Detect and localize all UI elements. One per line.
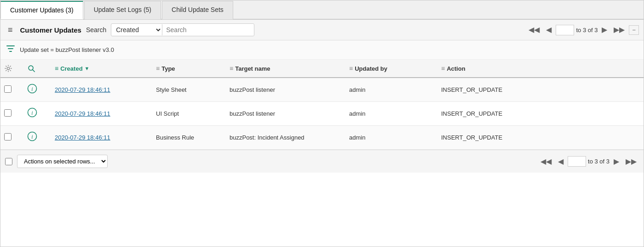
row-type: UI Script: [152, 106, 226, 122]
th-created-menu-icon: ≡: [55, 65, 58, 72]
row-action: INSERT_OR_UPDATE: [437, 106, 529, 122]
row-checkbox[interactable]: [4, 109, 12, 117]
sort-arrow: ▼: [85, 66, 90, 71]
row-target-name: buzzPost: Incident Assigned: [226, 129, 345, 146]
search-field-select[interactable]: Created Type Target name Updated by Acti…: [111, 24, 162, 36]
next-page-button[interactable]: ▶: [599, 25, 610, 34]
th-target-name[interactable]: ≡ Target name: [226, 60, 345, 77]
main-container: Customer Updates (3) Update Set Logs (5)…: [0, 0, 644, 247]
search-field-wrapper: Created Type Target name Updated by Acti…: [111, 23, 254, 36]
th-created[interactable]: ≡ Created ▼: [51, 60, 152, 77]
th-updated-by[interactable]: ≡ Updated by: [345, 60, 437, 77]
row-created-link[interactable]: 2020-07-29 18:46:11: [55, 110, 110, 117]
footer-next-page-button[interactable]: ▶: [611, 157, 621, 166]
last-page-button[interactable]: ▶▶: [611, 25, 627, 34]
row-checkbox[interactable]: [4, 133, 12, 140]
row-action: INSERT_OR_UPDATE: [437, 129, 529, 146]
svg-point-0: [7, 67, 9, 69]
footer-select-all-checkbox[interactable]: [5, 158, 12, 165]
row-checkbox-cell: [0, 105, 23, 123]
actions-select[interactable]: Actions on selected rows...: [17, 155, 108, 168]
row-updated-by: admin: [345, 82, 437, 98]
footer-prev-page-button[interactable]: ◀: [556, 157, 566, 166]
row-updated-by: admin: [345, 129, 437, 146]
th-target-menu-icon: ≡: [230, 65, 233, 72]
toolbar: ≡ Customer Updates Search Created Type T…: [0, 20, 644, 40]
th-action-menu-icon: ≡: [441, 65, 445, 72]
table-row: i 2020-07-29 18:46:11 Style Sheet buzzPo…: [0, 78, 644, 102]
table-row: i 2020-07-29 18:46:11 Business Rule buzz…: [0, 126, 644, 150]
tab-child-update-sets[interactable]: Child Update Sets: [162, 1, 233, 19]
table-row: i 2020-07-29 18:46:11 UI Script buzzPost…: [0, 102, 644, 126]
row-updated-by: admin: [345, 106, 437, 122]
th-type-label: Type: [161, 65, 175, 72]
page-number-input[interactable]: 1: [556, 25, 574, 35]
search-input[interactable]: [162, 24, 254, 35]
row-checkbox-cell: [0, 129, 23, 146]
table-footer: Actions on selected rows... ◀◀ ◀ 1 to 3 …: [0, 150, 644, 173]
th-action-label: Action: [447, 65, 465, 72]
row-created: 2020-07-29 18:46:11: [51, 82, 152, 98]
toolbar-title: Customer Updates: [20, 26, 81, 34]
footer-page-number-input[interactable]: 1: [568, 156, 586, 167]
svg-text:i: i: [31, 110, 33, 116]
footer-last-page-button[interactable]: ▶▶: [623, 157, 639, 166]
th-search[interactable]: [23, 60, 51, 77]
th-type-menu-icon: ≡: [156, 65, 160, 72]
hamburger-menu-button[interactable]: ≡: [5, 24, 16, 36]
row-created-link[interactable]: 2020-07-29 18:46:11: [55, 86, 110, 93]
tab-bar: Customer Updates (3) Update Set Logs (5)…: [0, 0, 644, 20]
bottom-pagination: ◀◀ ◀ 1 to 3 of 3 ▶ ▶▶: [538, 156, 639, 167]
footer-page-info: to 3 of 3: [588, 158, 610, 165]
row-checkbox[interactable]: [4, 85, 12, 93]
th-settings[interactable]: [0, 60, 23, 77]
row-info-cell: i: [23, 127, 51, 148]
tab-update-set-logs[interactable]: Update Set Logs (5): [84, 1, 161, 19]
row-type: Style Sheet: [152, 82, 226, 98]
row-target-name: buzzPost listener: [226, 106, 345, 122]
row-info-cell: i: [23, 79, 51, 101]
collapse-button[interactable]: −: [629, 25, 639, 35]
th-created-label: Created: [60, 65, 82, 72]
th-updated-by-label: Updated by: [355, 65, 387, 72]
search-label: Search: [86, 26, 106, 34]
th-updated-menu-icon: ≡: [349, 65, 353, 72]
prev-page-button[interactable]: ◀: [544, 25, 554, 34]
svg-line-2: [33, 70, 34, 72]
svg-point-1: [29, 66, 33, 70]
first-page-button[interactable]: ◀◀: [526, 25, 542, 34]
row-created: 2020-07-29 18:46:11: [51, 129, 152, 146]
th-target-name-label: Target name: [235, 65, 270, 72]
info-icon[interactable]: i: [27, 110, 37, 119]
tab-customer-updates[interactable]: Customer Updates (3): [0, 1, 83, 19]
row-created: 2020-07-29 18:46:11: [51, 106, 152, 122]
page-info: to 3 of 3: [576, 27, 598, 34]
filter-text: Update set = buzzPost listener v3.0: [20, 46, 114, 53]
row-type: Business Rule: [152, 129, 226, 146]
info-icon[interactable]: i: [27, 134, 37, 143]
info-icon[interactable]: i: [27, 86, 37, 95]
table-body: i 2020-07-29 18:46:11 Style Sheet buzzPo…: [0, 78, 644, 150]
top-pagination: ◀◀ ◀ 1 to 3 of 3 ▶ ▶▶ −: [526, 25, 639, 35]
th-action[interactable]: ≡ Action: [437, 60, 529, 77]
th-type[interactable]: ≡ Type: [152, 60, 226, 77]
row-action: INSERT_OR_UPDATE: [437, 82, 529, 98]
filter-bar: Update set = buzzPost listener v3.0: [0, 40, 644, 60]
row-checkbox-cell: [0, 81, 23, 99]
svg-text:i: i: [31, 134, 33, 140]
row-info-cell: i: [23, 103, 51, 124]
svg-text:i: i: [31, 86, 33, 92]
row-created-link[interactable]: 2020-07-29 18:46:11: [55, 134, 110, 141]
row-target-name: buzzPost listener: [226, 82, 345, 98]
table-header: ≡ Created ▼ ≡ Type ≡ Target name ≡ Updat…: [0, 60, 644, 78]
filter-icon: [6, 44, 15, 56]
footer-first-page-button[interactable]: ◀◀: [538, 157, 554, 166]
